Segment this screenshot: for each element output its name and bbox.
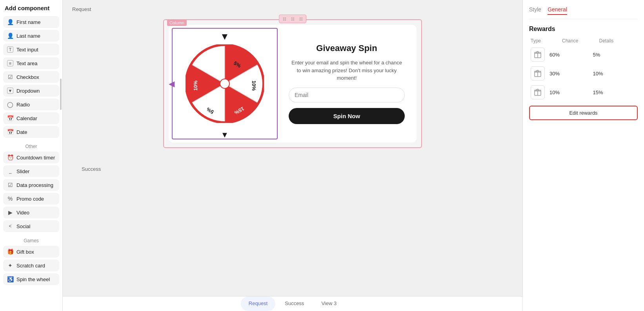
reward-icon-2 [531,66,545,80]
sidebar-item-date[interactable]: 📅 Date [3,126,59,138]
sidebar-item-data-processing[interactable]: ☑ Data processing [3,179,59,191]
tab-view3[interactable]: View 3 [313,296,344,311]
toolbar-btn-3[interactable]: ☷ [297,16,304,22]
wheel-left-arrow-icon[interactable]: ◀ [169,79,175,88]
header-chance: Chance [562,38,599,44]
tab-request[interactable]: Request [241,296,275,311]
reward-type-icon-3 [534,88,542,96]
reward-type-icon-1 [534,51,542,59]
reward-icon-3 [531,85,545,99]
spin-now-button[interactable]: Spin Now [289,108,405,124]
sidebar-item-label: Radio [16,102,30,108]
scratch-icon: ✦ [7,262,13,269]
sidebar-item-scratch-card[interactable]: ✦ Scratch card [3,260,59,271]
sidebar-item-social[interactable]: < Social [3,220,59,232]
widget-description: Enter your email and spin the wheel for … [289,59,405,82]
sidebar-item-label: Social [16,223,30,229]
toolbar-btn-1[interactable]: ☷ [281,16,288,22]
wheel-bottom-arrow-icon: ▼ [221,130,229,139]
sidebar-item-label: Checkbox [16,74,39,80]
right-panel: Style General Rewards Type Chance Detail… [522,0,644,311]
play-icon: ▶ [7,209,13,216]
sidebar-item-last-name[interactable]: 👤 Last name [3,30,59,42]
sidebar-item-radio[interactable]: ◯ Radio [3,99,59,110]
sidebar: Add component 👤 First name 👤 Last name T… [0,0,63,311]
section-other-label: Other [3,144,59,149]
canvas-area: Column ☷ ☷ ☷ ▼ ◀ [63,15,522,160]
date-icon: 📅 [7,129,13,135]
sidebar-item-label: Data processing [16,182,53,188]
sidebar-item-label: Promo code [16,196,44,202]
reward-details-2: 10% [593,71,637,77]
sidebar-item-calendar[interactable]: 📅 Calendar [3,112,59,124]
timer-icon: ⏰ [7,154,13,161]
reward-row-3: 10% 15% [529,85,638,99]
sidebar-item-first-name[interactable]: 👤 First name [3,16,59,28]
gift-icon: 🎁 [7,249,13,255]
sidebar-item-text-input[interactable]: T Text input [3,44,59,55]
sidebar-item-label: Dropdown [16,88,40,94]
wheel-pointer-icon: ▼ [220,31,229,42]
rewards-title: Rewards [529,26,638,33]
sidebar-item-dropdown[interactable]: ▼ Dropdown [3,85,59,97]
header-type: Type [531,38,562,44]
reward-details-3: 15% [593,90,637,95]
reward-row-1: 60% 5% [529,48,638,62]
share-icon: < [7,223,13,229]
main-content: Request Column ☷ ☷ ☷ ▼ ◀ [63,0,522,296]
canvas-inner: Column ☷ ☷ ☷ ▼ ◀ [163,19,422,148]
sidebar-item-label: Last name [16,33,40,39]
sidebar-item-video[interactable]: ▶ Video [3,207,59,218]
reward-chance-1: 60% [549,52,593,58]
column-toolbar: ☷ ☷ ☷ [279,15,306,23]
reward-type-icon-2 [534,70,542,77]
person-icon: 👤 [7,33,13,39]
sidebar-item-label: Text input [16,47,38,53]
column-label: Column [167,20,187,26]
sidebar-item-countdown[interactable]: ⏰ Countdown timer [3,152,59,163]
reward-chance-2: 30% [549,71,593,77]
widget-title: Giveaway Spin [289,43,405,53]
slider-icon: ⎯ [7,168,13,174]
sidebar-item-promo-code[interactable]: % Promo code [3,193,59,205]
radio-icon: ◯ [7,101,13,108]
scrollbar[interactable] [60,79,62,110]
widget-container: ▼ ◀ [169,25,417,143]
sidebar-item-checkbox[interactable]: ☑ Checkbox [3,71,59,83]
section-games-label: Games [3,238,59,243]
sidebar-item-label: First name [16,19,40,25]
reward-row-2: 30% 10% [529,66,638,80]
success-section-label: Success [72,160,513,175]
sidebar-item-label: Calendar [16,115,37,121]
sidebar-item-gift-box[interactable]: 🎁 Gift box [3,246,59,258]
dropdown-icon: ▼ [7,88,13,94]
reward-details-1: 5% [593,52,637,58]
edit-rewards-button[interactable]: Edit rewards [529,106,638,120]
wheel-side: ▼ ◀ [172,28,278,139]
email-input[interactable] [289,88,405,102]
sidebar-item-label: Countdown timer [16,155,55,161]
svg-text:10%: 10% [193,80,198,91]
tab-success[interactable]: Success [277,296,312,311]
svg-text:10%: 10% [251,80,257,91]
info-side: Giveaway Spin Enter your email and spin … [281,25,417,143]
sidebar-item-slider[interactable]: ⎯ Slider [3,165,59,177]
reward-icon-1 [531,48,545,62]
request-section-label: Request [63,0,522,15]
sidebar-item-label: Video [16,210,29,216]
sidebar-item-label: Gift box [16,249,34,255]
toolbar-btn-2[interactable]: ☷ [289,16,296,22]
sidebar-item-text-area[interactable]: ≡ Text area [3,57,59,69]
sidebar-item-label: Spin the wheel [16,276,50,282]
panel-tab-style[interactable]: Style [529,6,541,15]
sidebar-item-label: Date [16,129,27,135]
sidebar-item-spin-wheel[interactable]: ♿ Spin the wheel [3,273,59,285]
panel-tabs: Style General [529,6,638,19]
rewards-table-header: Type Chance Details [529,38,638,44]
panel-tab-general[interactable]: General [548,6,567,15]
sidebar-item-label: Scratch card [16,263,45,269]
check-icon: ☑ [7,182,13,188]
sidebar-item-label: Text area [16,60,37,66]
bottom-tabs: Request Success View 3 [63,296,522,311]
main-area: Request Column ☷ ☷ ☷ ▼ ◀ [63,0,522,311]
